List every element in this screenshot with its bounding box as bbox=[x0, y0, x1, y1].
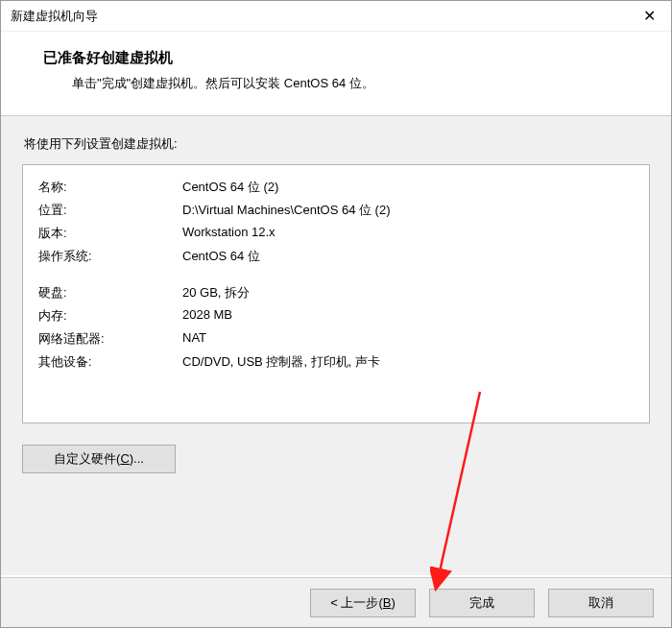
button-label-prefix: 自定义硬件( bbox=[54, 451, 120, 466]
setting-label: 网络适配器: bbox=[38, 330, 182, 348]
setting-row-network: 网络适配器: NAT bbox=[38, 330, 634, 348]
settings-panel: 名称: CentOS 64 位 (2) 位置: D:\Virtual Machi… bbox=[22, 164, 650, 423]
customize-hardware-button[interactable]: 自定义硬件(C)... bbox=[22, 445, 176, 473]
window-titlebar: 新建虚拟机向导 ✕ bbox=[1, 1, 671, 32]
button-hotkey: C bbox=[120, 451, 129, 466]
setting-row-disk: 硬盘: 20 GB, 拆分 bbox=[38, 284, 634, 302]
setting-label: 名称: bbox=[38, 179, 182, 196]
header-title: 已准备好创建虚拟机 bbox=[43, 49, 661, 67]
button-label-suffix: ) bbox=[391, 595, 395, 610]
button-label-prefix: < 上一步( bbox=[330, 595, 383, 610]
setting-row-version: 版本: Workstation 12.x bbox=[38, 225, 634, 242]
customize-row: 自定义硬件(C)... bbox=[22, 445, 650, 473]
window-title: 新建虚拟机向导 bbox=[11, 8, 98, 25]
button-label-suffix: )... bbox=[130, 451, 144, 466]
button-label: 完成 bbox=[469, 595, 494, 610]
setting-value: 2028 MB bbox=[182, 307, 634, 325]
setting-row-name: 名称: CentOS 64 位 (2) bbox=[38, 179, 634, 196]
setting-value: CentOS 64 位 (2) bbox=[182, 179, 634, 196]
header-description: 单击"完成"创建虚拟机。然后可以安装 CentOS 64 位。 bbox=[43, 75, 661, 92]
setting-row-location: 位置: D:\Virtual Machines\CentOS 64 位 (2) bbox=[38, 202, 634, 219]
row-spacer bbox=[38, 271, 634, 284]
setting-value: NAT bbox=[182, 330, 634, 348]
back-button[interactable]: < 上一步(B) bbox=[310, 589, 416, 617]
setting-value: Workstation 12.x bbox=[182, 225, 634, 242]
cancel-button[interactable]: 取消 bbox=[548, 589, 654, 617]
wizard-footer: < 上一步(B) 完成 取消 bbox=[1, 577, 671, 627]
close-button[interactable]: ✕ bbox=[627, 1, 671, 32]
settings-intro: 将使用下列设置创建虚拟机: bbox=[24, 135, 650, 153]
wizard-body: 将使用下列设置创建虚拟机: 名称: CentOS 64 位 (2) 位置: D:… bbox=[1, 116, 671, 575]
setting-value: CentOS 64 位 bbox=[182, 248, 634, 265]
setting-value: CD/DVD, USB 控制器, 打印机, 声卡 bbox=[182, 353, 634, 371]
setting-label: 操作系统: bbox=[38, 248, 182, 265]
setting-label: 版本: bbox=[38, 225, 182, 242]
setting-label: 硬盘: bbox=[38, 284, 182, 302]
setting-value: D:\Virtual Machines\CentOS 64 位 (2) bbox=[182, 202, 634, 219]
setting-row-os: 操作系统: CentOS 64 位 bbox=[38, 248, 634, 265]
setting-row-memory: 内存: 2028 MB bbox=[38, 307, 634, 325]
wizard-header: 已准备好创建虚拟机 单击"完成"创建虚拟机。然后可以安装 CentOS 64 位… bbox=[1, 32, 671, 116]
setting-label: 位置: bbox=[38, 202, 182, 219]
close-icon: ✕ bbox=[643, 7, 656, 25]
setting-label: 内存: bbox=[38, 307, 182, 325]
button-label: 取消 bbox=[588, 595, 613, 610]
finish-button[interactable]: 完成 bbox=[429, 589, 535, 617]
setting-label: 其他设备: bbox=[38, 353, 182, 371]
setting-row-other: 其他设备: CD/DVD, USB 控制器, 打印机, 声卡 bbox=[38, 353, 634, 371]
setting-value: 20 GB, 拆分 bbox=[182, 284, 634, 302]
